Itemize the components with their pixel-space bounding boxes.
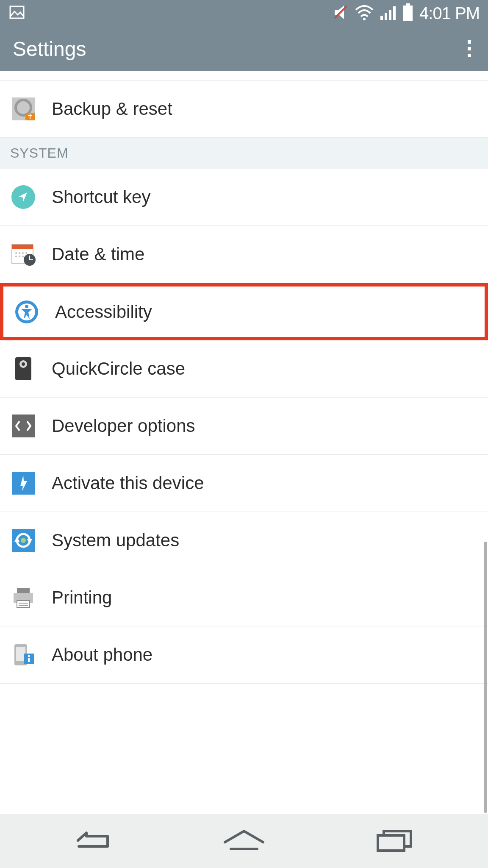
home-button[interactable] <box>221 828 267 855</box>
settings-item-about-phone[interactable]: About phone <box>0 626 488 684</box>
settings-item-developer-options[interactable]: Developer options <box>0 398 488 455</box>
settings-item-label: Accessibility <box>55 302 152 322</box>
navigation-bar <box>0 814 488 868</box>
scrollbar[interactable] <box>484 542 487 813</box>
settings-item-quickcircle[interactable]: QuickCircle case <box>0 340 488 398</box>
backup-reset-icon <box>11 97 36 121</box>
printing-icon <box>11 585 36 610</box>
image-notification-icon <box>8 4 25 22</box>
settings-list[interactable]: Backup & reset SYSTEM Shortcut key Date … <box>0 71 488 814</box>
svg-point-3 <box>363 18 366 20</box>
date-time-icon <box>11 242 36 267</box>
svg-point-28 <box>25 305 28 308</box>
settings-item-shortcut-key[interactable]: Shortcut key <box>0 169 488 226</box>
svg-rect-0 <box>10 6 24 18</box>
svg-point-22 <box>22 256 24 257</box>
settings-item-label: Date & time <box>52 244 144 264</box>
status-bar: 4:01 PM <box>0 0 488 26</box>
settings-item-label: Printing <box>52 587 112 608</box>
svg-rect-6 <box>389 10 391 20</box>
settings-item-label: Backup & reset <box>52 99 172 119</box>
svg-rect-46 <box>28 655 30 657</box>
svg-point-37 <box>21 538 26 543</box>
svg-rect-15 <box>12 245 33 249</box>
app-bar: Settings <box>0 26 488 71</box>
svg-point-20 <box>15 256 17 257</box>
svg-rect-47 <box>28 658 30 662</box>
activate-device-icon <box>11 471 36 495</box>
wifi-icon <box>355 4 374 22</box>
overflow-menu-button[interactable] <box>463 36 475 61</box>
settings-item-label: Activate this device <box>52 473 204 493</box>
settings-item-system-updates[interactable]: System updates <box>0 512 488 569</box>
settings-item-backup-reset[interactable]: Backup & reset <box>0 81 488 138</box>
recent-apps-button[interactable] <box>372 828 419 855</box>
svg-point-19 <box>25 252 27 254</box>
developer-options-icon <box>11 414 36 438</box>
svg-rect-38 <box>17 588 30 593</box>
status-time: 4:01 PM <box>419 4 480 23</box>
svg-rect-5 <box>385 13 387 20</box>
accessibility-icon <box>14 300 39 324</box>
svg-rect-7 <box>393 6 396 20</box>
quickcircle-icon <box>11 356 36 381</box>
svg-rect-49 <box>378 835 404 851</box>
svg-point-17 <box>19 252 20 254</box>
section-header-system: SYSTEM <box>0 138 488 169</box>
svg-point-16 <box>15 252 17 254</box>
svg-rect-40 <box>17 601 30 607</box>
about-phone-icon <box>11 643 36 667</box>
settings-item-accessibility[interactable]: Accessibility <box>0 283 488 340</box>
settings-item-label: Developer options <box>52 416 195 436</box>
system-updates-icon <box>11 528 36 553</box>
svg-rect-8 <box>406 3 410 6</box>
settings-item-label: Shortcut key <box>52 187 150 207</box>
battery-icon <box>402 3 413 23</box>
svg-rect-4 <box>380 16 383 20</box>
svg-point-31 <box>22 362 25 366</box>
shortcut-key-icon <box>11 185 36 209</box>
settings-item-printing[interactable]: Printing <box>0 569 488 626</box>
settings-item-label: About phone <box>52 645 152 665</box>
svg-point-18 <box>22 252 24 254</box>
signal-icon <box>380 4 396 22</box>
mute-icon <box>332 4 349 22</box>
settings-item-label: QuickCircle case <box>52 359 185 379</box>
svg-rect-9 <box>403 6 413 21</box>
svg-point-21 <box>19 256 20 257</box>
back-button[interactable] <box>69 828 116 855</box>
settings-item-date-time[interactable]: Date & time <box>0 226 488 283</box>
settings-item-label: System updates <box>52 530 179 551</box>
app-title: Settings <box>13 37 86 61</box>
list-gap <box>0 71 488 81</box>
settings-item-activate-device[interactable]: Activate this device <box>0 455 488 512</box>
